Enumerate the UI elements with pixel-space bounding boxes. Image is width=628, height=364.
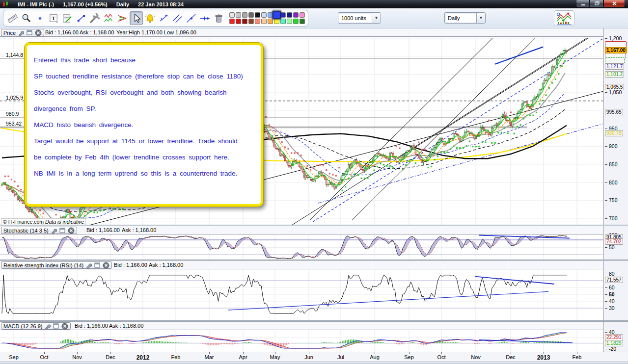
price-value-axis[interactable]: 1,2001,0509509008508007507001,167.001,12… [603, 28, 628, 352]
pointer-icon [131, 13, 142, 24]
parallel-lines-icon [172, 13, 183, 24]
trendline-tool-button[interactable] [185, 11, 198, 25]
axis-tick-label: 50 [605, 244, 616, 251]
alarm-tool-button[interactable] [143, 11, 157, 25]
maximize-panel-icon[interactable] [94, 262, 101, 268]
time-axis-month-label: Feb [573, 354, 582, 360]
axis-value-label: 1,167.00 [605, 47, 627, 53]
zigzag-icon [103, 13, 114, 24]
text-tool-button[interactable]: T [47, 11, 60, 25]
vertical-line-tool-button[interactable] [33, 11, 47, 25]
trash-tool-button[interactable] [212, 11, 225, 25]
color-swatch[interactable] [229, 19, 235, 24]
settings-wrench-icon[interactable] [44, 323, 51, 330]
close-panel-icon[interactable] [61, 323, 68, 330]
axis-tick-label: 30 [605, 305, 616, 312]
tools-tool-button[interactable] [88, 11, 102, 25]
color-swatch[interactable] [280, 19, 286, 24]
axis-value-label: 995.65 [605, 109, 623, 115]
axis-tick-label: 900 [605, 143, 619, 150]
zoom-tool-button[interactable] [20, 11, 33, 25]
horizontal-level-label: 1,025.9 [5, 95, 24, 101]
stochastic-panel-name-box: Stochastic (14 3 5) [1, 227, 77, 234]
stochastic-chart-plot[interactable] [0, 234, 603, 260]
color-swatch[interactable] [248, 19, 254, 24]
period-dropdown[interactable]: Daily ▼ [444, 12, 486, 24]
color-swatch[interactable] [293, 19, 299, 24]
color-swatch[interactable] [287, 19, 292, 24]
macd-chart-plot[interactable] [0, 330, 603, 352]
color-swatch[interactable] [268, 19, 273, 24]
color-swatch[interactable] [287, 12, 292, 18]
horizontal-line-tool-button[interactable] [198, 11, 212, 25]
axis-tick-label: 850 [605, 161, 619, 168]
pattern-tool-button[interactable] [116, 11, 129, 25]
pointer-tool-button[interactable] [130, 11, 143, 25]
color-swatch[interactable] [293, 12, 299, 18]
color-swatch[interactable] [300, 12, 305, 18]
parallel-lines-tool-button[interactable] [171, 11, 184, 25]
color-swatch[interactable] [255, 19, 260, 24]
time-axis-month-label: Sep [9, 354, 19, 360]
maximize-panel-icon[interactable] [53, 323, 59, 329]
color-swatch[interactable] [273, 10, 281, 19]
close-panel-icon[interactable] [35, 29, 42, 36]
time-axis-month-label: Mar [205, 354, 214, 360]
mini-trend-tool-button[interactable] [75, 11, 88, 25]
close-panel-icon[interactable] [103, 262, 109, 269]
note-line: Entered this trade short because [34, 52, 254, 68]
chart-style-button[interactable] [554, 10, 574, 26]
note-list-tool-button[interactable] [61, 11, 74, 25]
window-controls [576, 0, 625, 7]
note-line: divergence from SP. [34, 101, 254, 117]
units-dropdown[interactable]: 1000 units ▼ [338, 12, 381, 24]
svg-text:T: T [52, 15, 55, 21]
minimize-button[interactable] [576, 0, 590, 7]
color-swatch[interactable] [300, 19, 305, 24]
color-swatch[interactable] [242, 12, 247, 18]
color-swatch[interactable] [242, 19, 247, 24]
axis-value-label: 1,121.7 [605, 63, 624, 70]
chevron-down-icon[interactable]: ▼ [372, 13, 381, 23]
color-swatch[interactable] [261, 12, 267, 18]
time-axis-month-label: Dec [506, 354, 516, 360]
chevron-down-icon[interactable]: ▼ [476, 13, 485, 23]
close-button[interactable] [603, 0, 625, 7]
settings-wrench-icon[interactable] [51, 227, 57, 234]
rsi-bid: Bid : 1,166.00 [114, 262, 147, 268]
maximize-panel-icon[interactable] [59, 227, 66, 234]
close-panel-icon[interactable] [68, 227, 75, 234]
maximize-panel-icon[interactable] [26, 29, 33, 36]
axis-value-label: 1.1829 [605, 340, 623, 346]
settings-wrench-icon[interactable] [18, 29, 24, 36]
axis-tick-label: 1,050 [605, 89, 623, 96]
extended-line-tool-button[interactable] [157, 11, 170, 25]
color-swatch[interactable] [261, 19, 267, 24]
restore-button[interactable] [590, 0, 603, 7]
time-axis-month-label: Nov [471, 354, 481, 360]
rsi-chart-plot[interactable] [0, 269, 603, 320]
time-axis-month-label: May [270, 354, 280, 360]
price-ask: Ask : 1,168.00 [80, 29, 114, 35]
zigzag-tool-button[interactable] [102, 11, 115, 25]
axis-tick-label: 50 [605, 291, 616, 298]
settings-wrench-icon[interactable] [85, 262, 92, 269]
color-swatch[interactable] [229, 12, 235, 18]
macd-bid: Bid : 1,166.00 [75, 323, 108, 329]
macd-panel-title: MACD (12 26 9) [3, 323, 42, 329]
stochastic-panel-title: Stochastic (14 3 5) [3, 228, 49, 234]
color-swatch[interactable] [274, 19, 279, 24]
color-swatch[interactable] [236, 12, 241, 18]
color-swatch[interactable] [255, 12, 260, 18]
title-bar[interactable]: IMI - IMI Plc (-) 1,167.00 (+0.56%) Dail… [0, 0, 628, 8]
trade-note-annotation[interactable]: Entered this trade short becauseSP touch… [25, 43, 263, 207]
time-axis[interactable]: SepOctNovDec2012FebMarAprMayJunJulAugSep… [0, 352, 628, 364]
color-swatch[interactable] [248, 12, 254, 18]
color-swatch[interactable] [236, 19, 241, 24]
title-datetime: 22 Jan 2013 08:34 [138, 1, 184, 7]
ruler-tool-button[interactable] [6, 11, 19, 25]
time-axis-month-label: Jul [337, 354, 344, 360]
close-icon [611, 0, 618, 6]
color-swatch[interactable] [280, 12, 286, 18]
note-line: Stochs overbought, RSI overbought and bo… [34, 84, 254, 101]
